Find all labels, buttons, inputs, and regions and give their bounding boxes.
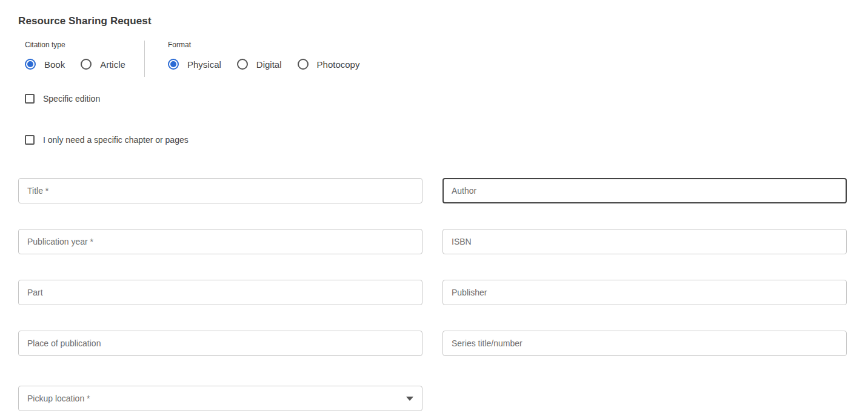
radio-option-label: Article <box>100 59 125 70</box>
radio-groups-divider <box>144 41 145 77</box>
author-input[interactable] <box>442 178 847 203</box>
radio-option-article[interactable]: Article <box>81 59 125 70</box>
radio-groups-row: Citation type Book Article Format Physic… <box>18 41 847 77</box>
citation-type-options: Book Article <box>25 59 144 70</box>
radio-option-physical[interactable]: Physical <box>168 59 221 70</box>
pickup-location-label: Pickup location * <box>27 394 90 403</box>
radio-selected-icon <box>25 59 36 70</box>
series-title-number-input[interactable] <box>442 331 847 356</box>
isbn-input[interactable] <box>442 229 847 254</box>
checkbox-specific-chapter[interactable]: I only need a specific chapter or pages <box>18 135 847 145</box>
pickup-location-select[interactable]: Pickup location * <box>18 386 422 411</box>
checkbox-specific-edition[interactable]: Specific edition <box>18 94 847 104</box>
format-options: Physical Digital Photocopy <box>168 59 375 70</box>
radio-unselected-icon <box>298 59 309 70</box>
format-group: Format Physical Digital Photocopy <box>160 41 375 77</box>
checkbox-icon <box>25 135 35 145</box>
publisher-input[interactable] <box>442 280 847 305</box>
checkbox-icon <box>25 94 35 104</box>
page-title: Resource Sharing Request <box>18 15 847 27</box>
radio-option-digital[interactable]: Digital <box>237 59 282 70</box>
caret-down-icon <box>406 397 413 401</box>
title-input[interactable] <box>18 178 422 203</box>
citation-type-label: Citation type <box>25 41 144 49</box>
form-fields-grid <box>18 178 847 356</box>
resource-sharing-request-form: Resource Sharing Request Citation type B… <box>0 0 868 411</box>
part-input[interactable] <box>18 280 422 305</box>
format-label: Format <box>168 41 375 49</box>
radio-unselected-icon <box>237 59 248 70</box>
radio-option-label: Physical <box>187 59 221 70</box>
radio-option-label: Digital <box>256 59 282 70</box>
publication-year-input[interactable] <box>18 229 422 254</box>
checkbox-label: I only need a specific chapter or pages <box>43 135 189 145</box>
radio-option-book[interactable]: Book <box>25 59 65 70</box>
place-of-publication-input[interactable] <box>18 331 422 356</box>
radio-selected-icon <box>168 59 179 70</box>
radio-option-photocopy[interactable]: Photocopy <box>298 59 360 70</box>
radio-option-label: Photocopy <box>317 59 360 70</box>
checkbox-label: Specific edition <box>43 94 100 104</box>
radio-unselected-icon <box>81 59 92 70</box>
radio-option-label: Book <box>44 59 65 70</box>
citation-type-group: Citation type Book Article <box>18 41 144 77</box>
pickup-location-row: Pickup location * <box>18 386 422 411</box>
